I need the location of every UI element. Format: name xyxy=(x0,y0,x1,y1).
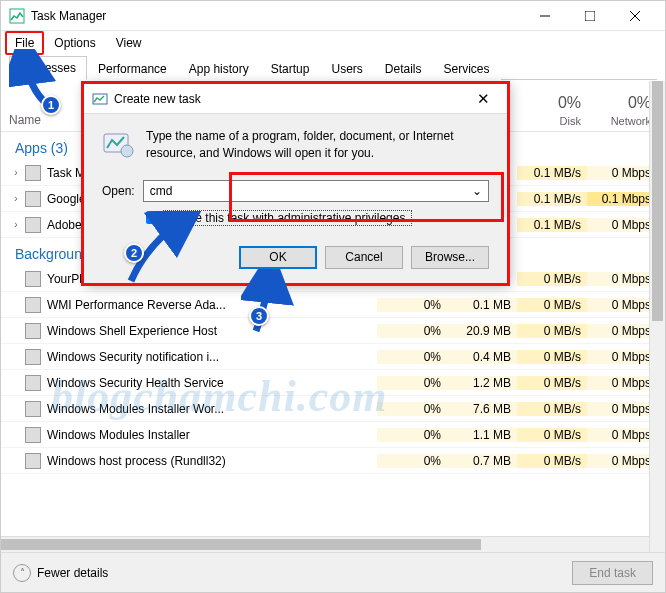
svg-rect-2 xyxy=(585,11,595,21)
process-row[interactable]: Windows host process (Rundll32)0%0.7 MB0… xyxy=(1,448,665,474)
disk-cell: 0 MB/s xyxy=(517,298,587,312)
app-icon xyxy=(25,217,41,233)
end-task-button[interactable]: End task xyxy=(572,561,653,585)
memory-cell: 1.1 MB xyxy=(447,428,517,442)
task-manager-icon xyxy=(9,8,25,24)
disk-cell: 0 MB/s xyxy=(517,428,587,442)
cpu-cell: 0% xyxy=(377,428,447,442)
svg-point-7 xyxy=(121,145,133,157)
process-name: Windows Security notification i... xyxy=(47,350,377,364)
process-name: WMI Performance Reverse Ada... xyxy=(47,298,377,312)
annotation-callout-2: 2 xyxy=(124,243,144,263)
menu-view[interactable]: View xyxy=(106,31,152,55)
app-icon xyxy=(25,453,41,469)
network-cell: 0 Mbps xyxy=(587,298,657,312)
process-name: Windows host process (Rundll32) xyxy=(47,454,377,468)
app-icon xyxy=(25,271,41,287)
network-cell: 0 Mbps xyxy=(587,402,657,416)
close-button[interactable] xyxy=(612,1,657,31)
disk-cell: 0 MB/s xyxy=(517,402,587,416)
process-name: Windows Security Health Service xyxy=(47,376,377,390)
window-title: Task Manager xyxy=(31,9,522,23)
fewer-details-button[interactable]: ˄ Fewer details xyxy=(13,564,572,582)
process-row[interactable]: Windows Modules Installer0%1.1 MB0 MB/s0… xyxy=(1,422,665,448)
network-cell: 0 Mbps xyxy=(587,428,657,442)
disk-cell: 0 MB/s xyxy=(517,272,587,286)
cpu-cell: 0% xyxy=(377,298,447,312)
memory-cell: 20.9 MB xyxy=(447,324,517,338)
cpu-cell: 0% xyxy=(377,376,447,390)
network-cell: 0 Mbps xyxy=(587,324,657,338)
tab-strip: Processes Performance App history Startu… xyxy=(9,55,657,80)
cpu-cell: 0% xyxy=(377,402,447,416)
app-icon xyxy=(25,297,41,313)
disk-cell: 0 MB/s xyxy=(517,376,587,390)
app-icon xyxy=(25,427,41,443)
minimize-button[interactable] xyxy=(522,1,567,31)
process-row[interactable]: WMI Performance Reverse Ada...0%0.1 MB0 … xyxy=(1,292,665,318)
tab-performance[interactable]: Performance xyxy=(87,57,178,80)
network-cell: 0 Mbps xyxy=(587,166,657,180)
dialog-message: Type the name of a program, folder, docu… xyxy=(146,128,489,162)
expand-icon: › xyxy=(9,219,23,230)
ok-button[interactable]: OK xyxy=(239,246,317,269)
menubar: File Options View xyxy=(1,31,665,55)
tab-details[interactable]: Details xyxy=(374,57,433,80)
horizontal-scrollbar[interactable] xyxy=(1,536,649,552)
open-value: cmd xyxy=(150,184,173,198)
process-row[interactable]: Windows Security notification i...0%0.4 … xyxy=(1,344,665,370)
process-row[interactable]: Windows Security Health Service0%1.2 MB0… xyxy=(1,370,665,396)
column-disk[interactable]: 0%Disk xyxy=(517,80,587,131)
app-icon xyxy=(25,401,41,417)
process-name: Windows Shell Experience Host xyxy=(47,324,377,338)
memory-cell: 0.4 MB xyxy=(447,350,517,364)
open-combobox[interactable]: cmd ⌄ xyxy=(143,180,489,202)
network-cell: 0.1 Mbps xyxy=(587,192,657,206)
browse-button[interactable]: Browse... xyxy=(411,246,489,269)
memory-cell: 7.6 MB xyxy=(447,402,517,416)
app-icon xyxy=(25,323,41,339)
vertical-scrollbar[interactable] xyxy=(649,81,665,552)
cpu-cell: 0% xyxy=(377,350,447,364)
tab-users[interactable]: Users xyxy=(320,57,373,80)
network-cell: 0 Mbps xyxy=(587,272,657,286)
tab-startup[interactable]: Startup xyxy=(260,57,321,80)
disk-cell: 0.1 MB/s xyxy=(517,166,587,180)
annotation-arrow-3 xyxy=(241,269,301,339)
footer: ˄ Fewer details End task xyxy=(1,552,665,592)
network-cell: 0 Mbps xyxy=(587,454,657,468)
memory-cell: 0.1 MB xyxy=(447,298,517,312)
cancel-button[interactable]: Cancel xyxy=(325,246,403,269)
process-row[interactable]: Windows Modules Installer Wor...0%7.6 MB… xyxy=(1,396,665,422)
app-icon xyxy=(25,375,41,391)
process-name: Windows Modules Installer Wor... xyxy=(47,402,377,416)
cpu-cell: 0% xyxy=(377,454,447,468)
app-icon xyxy=(25,191,41,207)
expand-icon: › xyxy=(9,167,23,178)
process-row[interactable]: Windows Shell Experience Host0%20.9 MB0 … xyxy=(1,318,665,344)
network-cell: 0 Mbps xyxy=(587,218,657,232)
column-network[interactable]: 0%Network xyxy=(587,80,657,131)
annotation-callout-1: 1 xyxy=(41,95,61,115)
dialog-close-button[interactable]: ✕ xyxy=(467,90,499,108)
run-program-icon xyxy=(102,128,134,160)
process-name: Windows Modules Installer xyxy=(47,428,377,442)
tab-app-history[interactable]: App history xyxy=(178,57,260,80)
memory-cell: 0.7 MB xyxy=(447,454,517,468)
disk-cell: 0.1 MB/s xyxy=(517,192,587,206)
cpu-cell: 0% xyxy=(377,324,447,338)
memory-cell: 1.2 MB xyxy=(447,376,517,390)
annotation-callout-3: 3 xyxy=(249,306,269,326)
chevron-down-icon: ⌄ xyxy=(472,184,482,198)
maximize-button[interactable] xyxy=(567,1,612,31)
disk-cell: 0 MB/s xyxy=(517,350,587,364)
open-label: Open: xyxy=(102,184,135,198)
tab-services[interactable]: Services xyxy=(433,57,501,80)
disk-cell: 0.1 MB/s xyxy=(517,218,587,232)
window-titlebar: Task Manager xyxy=(1,1,665,31)
expand-icon: › xyxy=(9,193,23,204)
disk-cell: 0 MB/s xyxy=(517,324,587,338)
dialog-title: Create new task xyxy=(114,92,467,106)
app-icon xyxy=(25,349,41,365)
dialog-titlebar: Create new task ✕ xyxy=(84,84,507,114)
